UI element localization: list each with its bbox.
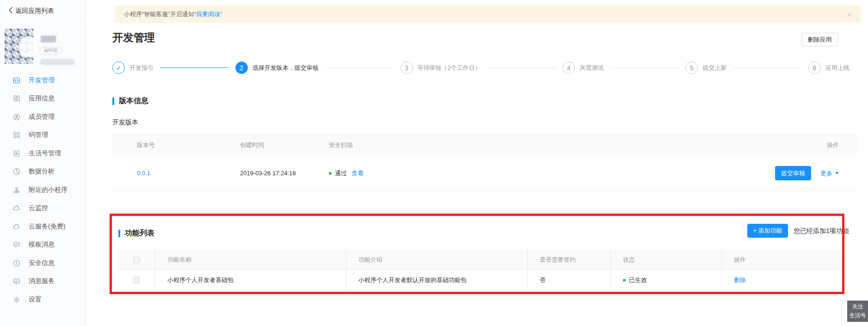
follow-tab-line1: 关注 — [852, 302, 863, 311]
step-label: 开发指引 — [129, 64, 154, 72]
main-content: 小程序“智能客服”开启通知“我要阅读” × 开发管理 删除应用 ✓ 开发指引 2… — [86, 0, 868, 326]
status-dot-icon — [623, 279, 626, 282]
section-accent-bar — [118, 230, 120, 237]
col-header-feature-desc: 功能介绍 — [346, 250, 527, 270]
col-header-feature-name: 功能名称 — [155, 250, 346, 270]
scan-status: 通过 — [335, 169, 347, 178]
sidebar-item-app-info[interactable]: 应用信息 — [0, 90, 85, 108]
delete-feature-link[interactable]: 删除 — [734, 276, 746, 284]
follow-tab-line2: 生活号 — [850, 311, 866, 320]
cloud-icon — [13, 204, 21, 212]
more-label: 更多 — [820, 169, 832, 178]
step-number: 4 — [562, 62, 575, 74]
feature-status: 已生效 — [629, 276, 647, 284]
sidebar-item-members[interactable]: 成员管理 — [0, 108, 85, 126]
sidebar-item-analytics[interactable]: 数据分析 — [0, 163, 85, 181]
sidebar-item-template-message[interactable]: 模板消息 — [0, 236, 85, 254]
pie-chart-icon — [13, 168, 21, 176]
sidebar-item-label: 消息服务 — [29, 277, 55, 285]
step-connector — [487, 68, 556, 68]
sidebar-item-security-info[interactable]: 安全信息 — [0, 254, 85, 272]
version-section-title: 版本信息 — [112, 96, 148, 106]
close-icon[interactable]: × — [847, 11, 851, 18]
status-dot-icon — [329, 172, 332, 175]
info-shield-icon — [13, 259, 21, 267]
col-header-scan: 安全扫描 — [329, 141, 705, 149]
sidebar-item-label: 数据分析 — [29, 167, 55, 176]
step-connector — [610, 68, 679, 68]
step-connector — [325, 68, 394, 68]
more-dropdown[interactable]: 更多 — [820, 169, 839, 178]
row-checkbox[interactable] — [133, 277, 140, 283]
step-await-review: 3 等待审核（2个工作日） — [400, 62, 481, 74]
sidebar-item-cloud-monitor[interactable]: 云监控 — [0, 199, 85, 218]
step-connector — [733, 68, 802, 68]
app-name-blurred — [41, 36, 56, 43]
notice-text: 小程序“智能客服”开启通知 — [124, 10, 194, 18]
step-connector — [160, 68, 229, 68]
version-number-link[interactable]: 0.0.1 — [137, 170, 150, 177]
sidebar-item-life-account[interactable]: 生活号管理 — [0, 144, 85, 163]
follow-life-account-tab[interactable]: 关注 生活号 — [847, 301, 868, 322]
sidebar-item-cloud-service[interactable]: 云服务(免费) — [0, 217, 85, 236]
sidebar-item-label: 附近的小程序 — [29, 186, 68, 194]
version-table: 版本号 创建时间 安全扫描 操作 0.0.1 2019-03-26 17:24:… — [112, 134, 857, 191]
sidebar-item-settings[interactable]: 设置 — [0, 290, 85, 309]
feature-desc: 小程序个人开发者默认开放的基础功能包 — [346, 270, 527, 290]
section-title-text: 版本信息 — [119, 96, 148, 106]
col-header-need-sign: 是否需要签约 — [527, 250, 610, 270]
sidebar-item-label: 设置 — [29, 295, 42, 304]
notice-read-link[interactable]: “我要阅读” — [194, 10, 222, 18]
caret-down-icon — [835, 172, 839, 174]
created-time: 2019-03-26 17:24:18 — [240, 170, 329, 177]
step-label: 灰度测试 — [579, 64, 603, 72]
developer-console-page: 返回应用列表 APPID 开发管理 应用信息 成员管理 码管理 — [0, 0, 868, 326]
sidebar-item-label: 应用信息 — [29, 94, 55, 103]
cloud-icon — [13, 222, 21, 230]
app-info-card: APPID — [0, 22, 85, 71]
col-header-created: 创建时间 — [240, 141, 329, 149]
view-scan-link[interactable]: 查看 — [351, 169, 363, 178]
appid-value-blurred — [40, 59, 75, 65]
sidebar-item-nearby[interactable]: 附近的小程序 — [0, 181, 85, 199]
appid-badge: APPID — [40, 47, 62, 55]
grid-icon — [13, 95, 21, 103]
feature-name: 小程序个人开发者基础包 — [155, 270, 346, 290]
step-label: 选择开发版本，提交审核 — [252, 64, 319, 72]
sidebar-item-dev-manage[interactable]: 开发管理 — [0, 71, 85, 90]
submit-review-button[interactable]: 提交审核 — [775, 166, 811, 180]
sidebar: 返回应用列表 APPID 开发管理 应用信息 成员管理 码管理 — [0, 0, 86, 326]
back-label: 返回应用列表 — [15, 7, 54, 15]
sidebar-item-label: 码管理 — [29, 131, 48, 139]
sidebar-item-label: 模板消息 — [29, 240, 55, 249]
select-all-checkbox[interactable] — [133, 257, 140, 263]
step-submit-launch: 5 提交上架 — [685, 62, 726, 74]
sidebar-item-label: 生活号管理 — [29, 149, 61, 158]
page-title: 开发管理 — [112, 31, 155, 45]
step-label: 应用上线 — [825, 64, 850, 72]
app-avatar — [5, 29, 33, 64]
version-table-row: 0.0.1 2019-03-26 17:24:18 通过 查看 提交审核 更多 — [112, 156, 857, 191]
code-icon — [13, 76, 21, 84]
col-header-actions: 操作 — [705, 141, 857, 149]
col-header-status: 状态 — [610, 250, 721, 270]
added-feature-hint: 您已经添加1项功能 — [794, 227, 849, 235]
step-number: 2 — [235, 62, 248, 74]
step-gray-test: 4 灰度测试 — [562, 62, 603, 74]
back-to-app-list-link[interactable]: 返回应用列表 — [0, 0, 85, 22]
dev-version-subtitle: 开发版本 — [112, 118, 138, 127]
sidebar-item-qrcode[interactable]: 码管理 — [0, 126, 85, 145]
section-accent-bar — [112, 98, 114, 105]
sidebar-item-label: 开发管理 — [29, 76, 55, 85]
step-check-icon: ✓ — [112, 62, 125, 74]
col-header-version: 版本号 — [112, 141, 240, 149]
chevron-left-icon — [7, 6, 12, 15]
delete-app-button[interactable]: 删除应用 — [801, 33, 838, 46]
add-feature-button[interactable]: + 添加功能 — [747, 224, 788, 238]
sidebar-item-message-service[interactable]: 消息服务 — [0, 272, 85, 291]
qrcode-icon — [13, 131, 21, 139]
need-sign-value: 否 — [527, 270, 610, 290]
sidebar-nav: 开发管理 应用信息 成员管理 码管理 生活号管理 数据分析 — [0, 71, 85, 309]
step-dev-guide: ✓ 开发指引 — [112, 62, 154, 74]
feature-table-row: 小程序个人开发者基础包 小程序个人开发者默认开放的基础功能包 否 已生效 删除 — [117, 270, 842, 291]
